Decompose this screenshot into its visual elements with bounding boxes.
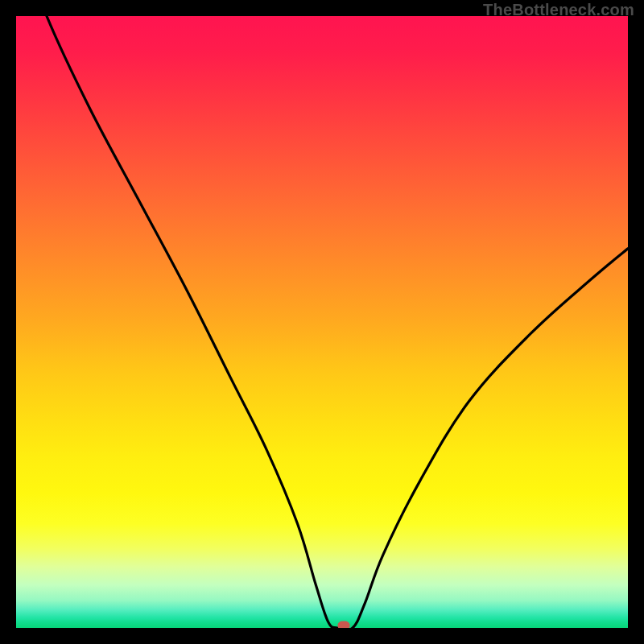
watermark-text: TheBottleneck.com	[483, 1, 634, 19]
plot-area	[16, 16, 628, 628]
bottleneck-curve	[16, 16, 628, 628]
chart-frame: TheBottleneck.com	[0, 0, 644, 644]
optimal-point-marker	[337, 621, 349, 629]
